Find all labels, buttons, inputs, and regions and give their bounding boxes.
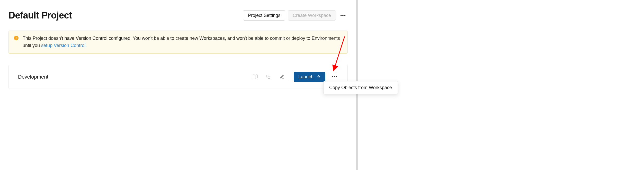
setup-version-control-link[interactable]: setup Version Control. [41, 43, 87, 48]
more-horizontal-icon: ••• [340, 13, 346, 18]
workspace-name: Development [18, 74, 48, 80]
launch-label: Launch [298, 74, 314, 80]
divider [290, 73, 290, 81]
header-row: Default Project Project Settings Create … [0, 0, 356, 21]
docs-button[interactable] [251, 72, 260, 81]
page-title: Default Project [8, 10, 72, 21]
header-actions: Project Settings Create Workspace ••• [243, 10, 348, 21]
more-horizontal-icon: ••• [332, 74, 337, 79]
copy-objects-menu-item[interactable]: Copy Objects from Workspace [329, 85, 392, 90]
create-workspace-button: Create Workspace [288, 10, 336, 21]
svg-rect-0 [268, 76, 270, 78]
workspace-more-button[interactable]: ••• [330, 72, 339, 81]
book-open-icon [253, 74, 258, 79]
alert-text: This Project doesn't have Version Contro… [23, 35, 342, 49]
main-container: Default Project Project Settings Create … [0, 0, 358, 170]
header-more-button[interactable]: ••• [338, 11, 348, 20]
edit-button[interactable] [278, 72, 286, 81]
context-menu: Copy Objects from Workspace [323, 81, 398, 94]
arrow-right-icon [316, 74, 321, 79]
copy-icon [266, 74, 271, 79]
project-settings-button[interactable]: Project Settings [243, 10, 285, 21]
pencil-icon [280, 74, 284, 79]
version-control-alert: ! This Project doesn't have Version Cont… [8, 31, 348, 54]
launch-button[interactable]: Launch [294, 72, 325, 82]
workspace-actions: Launch ••• [251, 72, 339, 82]
copy-button[interactable] [264, 72, 273, 81]
workspace-card: Development [8, 65, 348, 89]
warning-icon: ! [14, 36, 19, 40]
